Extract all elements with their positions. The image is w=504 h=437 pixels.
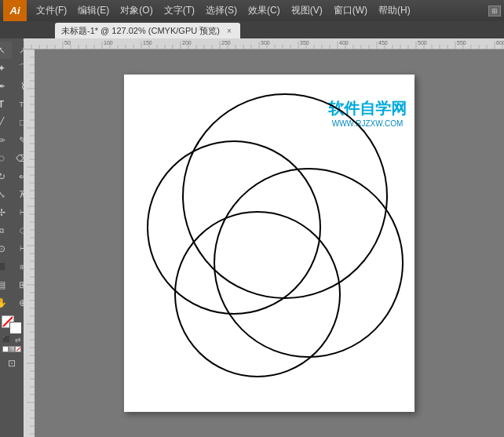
scale-tool[interactable]: ⤡ bbox=[0, 186, 12, 203]
lasso-tool[interactable]: ⌒ bbox=[13, 60, 24, 77]
menu-window[interactable]: 窗口(W) bbox=[329, 2, 372, 19]
line-tool[interactable]: ╱ bbox=[0, 114, 12, 131]
svg-text:550: 550 bbox=[457, 40, 466, 46]
paint-group: ✏ ✎ bbox=[0, 132, 24, 149]
reflect-tool[interactable]: ⇔ bbox=[13, 168, 24, 185]
svg-text:350: 350 bbox=[300, 40, 309, 46]
reset-swap-row: ⬛ ⇄ bbox=[2, 336, 22, 344]
measure-tool[interactable]: ⊢ bbox=[13, 240, 24, 257]
menu-view[interactable]: 视图(V) bbox=[287, 2, 327, 19]
fill-stroke-indicator[interactable] bbox=[2, 315, 22, 334]
gradient-tool[interactable]: ▤ bbox=[0, 276, 12, 293]
free-transform-group: ⧉ ⬡ bbox=[0, 222, 24, 239]
type-group: T T/ bbox=[0, 96, 24, 113]
selection-tool-group: ↖ ↗ bbox=[0, 42, 24, 59]
type-path-tool[interactable]: T/ bbox=[13, 96, 24, 113]
svg-text:250: 250 bbox=[221, 40, 231, 46]
bar-chart-tool[interactable]: ⊞ bbox=[13, 258, 24, 275]
eyedropper-group: ⊙ ⊢ bbox=[0, 240, 24, 257]
shape-group: ╱ □ bbox=[0, 114, 24, 131]
magic-lasso-group: ✦ ⌒ bbox=[0, 60, 24, 77]
puppet-warp-tool[interactable]: ✢ bbox=[0, 204, 12, 221]
width-tool[interactable]: ⊢ bbox=[13, 204, 24, 221]
window-controls: ⊞ bbox=[488, 5, 501, 16]
menu-edit[interactable]: 编辑(E) bbox=[73, 2, 114, 19]
menu-bar: 文件(F) 编辑(E) 对象(O) 文字(T) 选择(S) 效果(C) 视图(V… bbox=[31, 2, 488, 19]
menu-select[interactable]: 选择(S) bbox=[201, 2, 242, 19]
menu-effect[interactable]: 效果(C) bbox=[243, 2, 285, 19]
scale-group: ⤡ ⊼ bbox=[0, 186, 24, 203]
canvas-content: 软件自学网 WWW.RJZXW.COM bbox=[35, 49, 504, 437]
shaper-eraser-group: ⬡ ⌫ bbox=[0, 150, 24, 167]
type-tool[interactable]: T bbox=[0, 96, 12, 113]
tab-title: 未标题-1* @ 127.02% (CMYK/GPU 预览) bbox=[61, 25, 220, 37]
eraser-tool[interactable]: ⌫ bbox=[13, 150, 24, 167]
artboard[interactable]: 软件自学网 WWW.RJZXW.COM bbox=[124, 75, 415, 412]
main-area: ↖ ↗ ✦ ⌒ ✒ ⌇ T T/ ╱ □ ✏ ✎ ⬡ ⌫ ↻ ⇔ bbox=[0, 38, 504, 437]
active-tab[interactable]: 未标题-1* @ 127.02% (CMYK/GPU 预览) × bbox=[55, 23, 240, 38]
circle-1 bbox=[148, 141, 320, 314]
tab-bar: 未标题-1* @ 127.02% (CMYK/GPU 预览) × bbox=[0, 21, 504, 38]
svg-text:300: 300 bbox=[261, 40, 270, 46]
curvature-tool[interactable]: ⌇ bbox=[13, 78, 24, 95]
rect-tool[interactable]: □ bbox=[13, 114, 24, 131]
bg-white-box bbox=[9, 322, 22, 334]
rotate-tool[interactable]: ↻ bbox=[0, 168, 12, 185]
title-bar: Ai 文件(F) 编辑(E) 对象(O) 文字(T) 选择(S) 效果(C) 视… bbox=[0, 0, 504, 21]
illustration-svg bbox=[124, 75, 415, 412]
puppet-width-group: ✢ ⊢ bbox=[0, 204, 24, 221]
horizontal-ruler: 50100150200250300350400450500550600 bbox=[24, 38, 504, 49]
shear-tool[interactable]: ⊼ bbox=[13, 186, 24, 203]
pen-tool[interactable]: ✒ bbox=[0, 78, 12, 95]
vertical-ruler bbox=[24, 49, 35, 437]
fill-mode-button[interactable] bbox=[2, 346, 9, 352]
menu-object[interactable]: 对象(O) bbox=[115, 2, 157, 19]
blend-paint-group: ⬛ ⊞ bbox=[0, 258, 24, 275]
rotate-group: ↻ ⇔ bbox=[0, 168, 24, 185]
zoom-tool[interactable]: ⊕ bbox=[13, 294, 24, 311]
svg-text:600: 600 bbox=[496, 40, 504, 46]
pen-group: ✒ ⌇ bbox=[0, 78, 24, 95]
svg-text:400: 400 bbox=[339, 40, 349, 46]
canvas-area: 50100150200250300350400450500550600 软件自学… bbox=[24, 38, 504, 437]
pencil-tool[interactable]: ✎ bbox=[13, 132, 24, 149]
selection-tool[interactable]: ↖ bbox=[0, 42, 12, 59]
svg-text:50: 50 bbox=[64, 40, 71, 46]
direct-selection-tool[interactable]: ↗ bbox=[13, 42, 24, 59]
hand-tool[interactable]: ✋ bbox=[0, 294, 12, 311]
magic-wand-tool[interactable]: ✦ bbox=[0, 60, 12, 77]
menu-help[interactable]: 帮助(H) bbox=[374, 2, 415, 19]
circle-2 bbox=[183, 94, 387, 298]
circle-3 bbox=[214, 169, 403, 357]
reset-colors-button[interactable]: ⬛ bbox=[2, 336, 10, 344]
app-logo: Ai bbox=[3, 0, 27, 21]
paint-bucket-tool[interactable]: ⬛ bbox=[0, 258, 12, 275]
paintbrush-tool[interactable]: ✏ bbox=[0, 132, 12, 149]
none-mode-button[interactable] bbox=[15, 346, 21, 352]
artboard-tool[interactable]: ⊡ bbox=[2, 355, 22, 372]
tab-close-button[interactable]: × bbox=[225, 26, 234, 35]
svg-text:450: 450 bbox=[378, 40, 388, 46]
menu-text[interactable]: 文字(T) bbox=[159, 2, 199, 19]
free-transform-tool[interactable]: ⧉ bbox=[0, 222, 12, 239]
eyedropper-tool[interactable]: ⊙ bbox=[0, 240, 12, 257]
menu-file[interactable]: 文件(F) bbox=[31, 2, 71, 19]
color-swatches: ⬛ ⇄ bbox=[2, 315, 22, 352]
swap-colors-button[interactable]: ⇄ bbox=[15, 336, 21, 344]
mesh-gradient-group: ▤ ⊞ bbox=[0, 276, 24, 293]
svg-text:100: 100 bbox=[104, 40, 113, 46]
svg-text:500: 500 bbox=[418, 40, 427, 46]
svg-text:200: 200 bbox=[182, 40, 192, 46]
left-toolbar: ↖ ↗ ✦ ⌒ ✒ ⌇ T T/ ╱ □ ✏ ✎ ⬡ ⌫ ↻ ⇔ bbox=[0, 38, 24, 437]
grid-view-button[interactable]: ⊞ bbox=[488, 5, 501, 16]
ruler-v-svg bbox=[24, 49, 35, 437]
gradient-mode-button[interactable] bbox=[9, 346, 15, 352]
ruler-h-svg: 50100150200250300350400450500550600 bbox=[24, 38, 504, 49]
svg-text:150: 150 bbox=[143, 40, 152, 46]
shaper-tool[interactable]: ⬡ bbox=[0, 150, 12, 167]
hand-zoom-group: ✋ ⊕ bbox=[0, 294, 24, 311]
color-mode-row bbox=[2, 346, 22, 352]
perspective-tool[interactable]: ⬡ bbox=[13, 222, 24, 239]
mesh-tool[interactable]: ⊞ bbox=[13, 276, 24, 293]
